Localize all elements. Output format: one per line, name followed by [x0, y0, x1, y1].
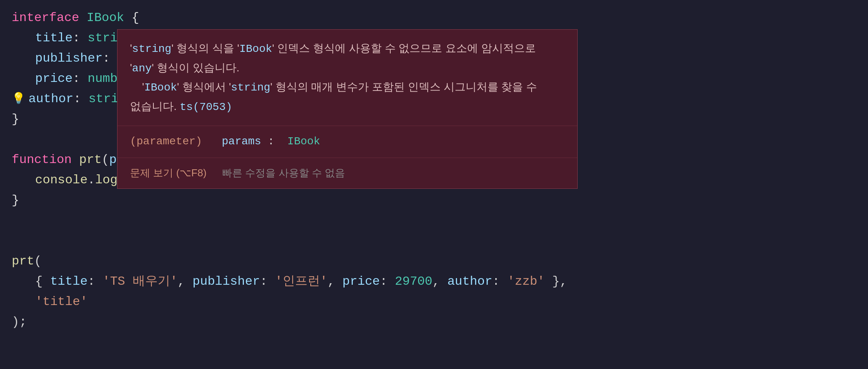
call-line-2: { title : 'TS 배우기' , publisher : '인프런' ,…: [12, 271, 856, 292]
call-prt: prt: [12, 251, 34, 271]
error-tooltip: 'string' 형식의 식을 'IBook' 인덱스 형식에 사용할 수 없으…: [117, 29, 578, 189]
keyword-function: function: [12, 150, 72, 170]
obj-title: title: [50, 271, 87, 291]
val-author: 'zzb': [507, 271, 545, 291]
property-publisher: publisher: [35, 48, 103, 68]
interface-name: IBook: [87, 8, 124, 28]
obj-publisher: publisher: [192, 271, 260, 291]
val-price: 29700: [395, 271, 432, 291]
console-log: console: [35, 170, 87, 190]
code-line-1: interface IBook {: [12, 8, 856, 28]
view-problem-action[interactable]: 문제 보기 (⌥F8): [130, 165, 206, 181]
error-text-line3: 'IBook' 형식에서 'string' 형식의 매개 변수가 포함된 인덱스…: [130, 81, 537, 93]
function-line-3: }: [12, 190, 856, 211]
close-brace-function: }: [12, 190, 19, 210]
empty-line-3: [12, 231, 856, 251]
call-line-3: 'title': [12, 292, 856, 312]
function-name-prt: prt: [79, 150, 102, 170]
lightbulb-icon: 💡: [12, 90, 25, 108]
error-text-line1: 'string' 형식의 식을 'IBook' 인덱스 형식에 사용할 수 없으…: [130, 42, 536, 54]
tooltip-error-section: 'string' 형식의 식을 'IBook' 인덱스 형식에 사용할 수 없으…: [117, 30, 577, 126]
property-author: author: [28, 89, 73, 109]
code-editor: interface IBook { title : strin publishe…: [12, 8, 856, 332]
val-title: 'TS 배우기': [103, 271, 178, 291]
editor: interface IBook { title : strin publishe…: [0, 0, 868, 369]
val-publisher: '인프런': [275, 271, 327, 291]
type-stri: stri: [89, 89, 119, 109]
error-text-line4: 없습니다. ts(7053): [130, 100, 232, 112]
property-title: title: [35, 28, 73, 48]
param-keyword: (parameter): [130, 135, 202, 147]
open-brace: {: [132, 8, 139, 28]
no-quick-fix-label: 빠른 수정을 사용할 수 없음: [222, 165, 345, 181]
empty-line-2: [12, 211, 856, 231]
error-text-line2: 'any' 형식이 있습니다.: [130, 62, 239, 74]
param-type: IBook: [287, 135, 320, 147]
keyword-interface: interface: [12, 8, 79, 28]
param-p: p: [109, 150, 117, 170]
call-line-4: );: [12, 312, 856, 332]
tooltip-param-section: (parameter) params : IBook: [117, 126, 577, 158]
property-price: price: [35, 69, 73, 89]
close-brace-interface: }: [12, 109, 19, 129]
obj-price: price: [342, 271, 380, 291]
tooltip-actions-section: 문제 보기 (⌥F8) 빠른 수정을 사용할 수 없음: [117, 158, 577, 188]
log-method: log: [95, 170, 118, 190]
param-name: params: [222, 135, 261, 147]
tooltip-error-text: 'string' 형식의 식을 'IBook' 인덱스 형식에 사용할 수 없으…: [130, 39, 565, 116]
tooltip-param-text: (parameter) params : IBook: [130, 133, 565, 151]
call-line-1: prt (: [12, 251, 856, 271]
val-key: 'title': [35, 292, 87, 312]
obj-author: author: [447, 271, 492, 291]
